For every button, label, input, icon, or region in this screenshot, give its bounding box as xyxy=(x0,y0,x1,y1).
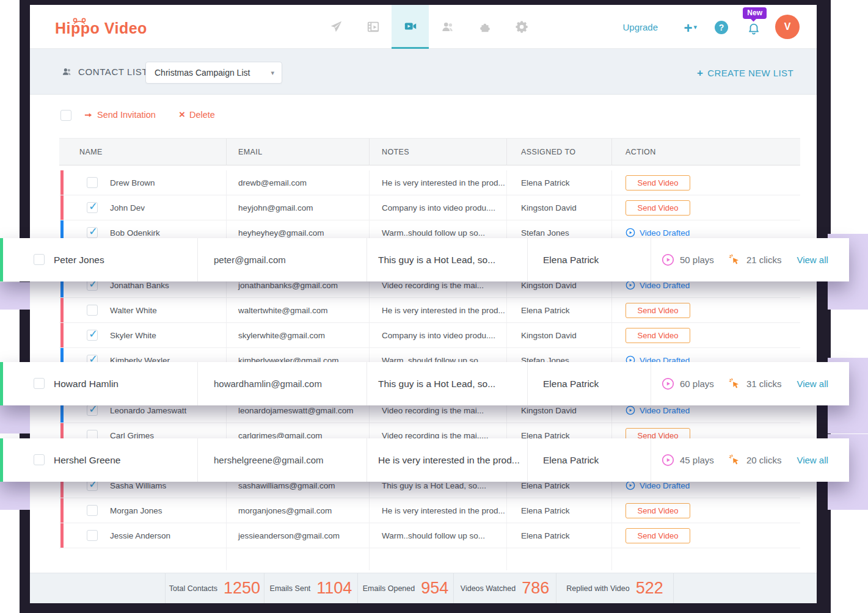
plays-count: 60 plays xyxy=(680,379,714,389)
row-action: Send Video xyxy=(612,170,800,195)
brand-logo[interactable]: Hippo Video xyxy=(55,20,147,37)
select-all-checkbox[interactable] xyxy=(60,110,71,121)
list-dropdown[interactable]: Christmas Campaign List ▾ xyxy=(145,62,282,84)
contact-notes: This guy is a Hot Lead, so... xyxy=(378,362,495,405)
assigned-to: Elena Patrick xyxy=(507,498,612,523)
play-circle-icon xyxy=(662,454,674,466)
lavender-accent xyxy=(0,482,30,510)
contact-name: Bob Odenkirk xyxy=(110,228,160,238)
stat-value: 954 xyxy=(421,579,448,598)
delete-button[interactable]: × Delete xyxy=(179,110,215,120)
row-checkbox[interactable] xyxy=(87,505,98,516)
contact-name: Morgan Jones xyxy=(110,506,162,515)
send-video-button[interactable]: Send Video xyxy=(625,303,690,318)
plus-icon: + xyxy=(697,67,703,79)
send-video-button[interactable]: Send Video xyxy=(625,528,690,543)
contact-name: Skyler White xyxy=(110,331,156,340)
footer-stat: Emails Sent 1104 xyxy=(264,573,357,603)
users-icon[interactable] xyxy=(429,5,466,49)
contact-email: drewb@email.com xyxy=(227,170,370,195)
row-checkbox[interactable] xyxy=(87,530,98,541)
video-drafted-link[interactable]: Video Drafted xyxy=(625,228,690,238)
contact-name: Jessie Anderson xyxy=(110,531,170,540)
brand-text: Hippo Video xyxy=(55,20,147,37)
cursor-click-icon xyxy=(728,454,741,466)
contact-email: skylerwhite@gmail.com xyxy=(227,323,370,348)
highlighted-contact-row: Peter Jones peter@gmail.com This guy is … xyxy=(0,238,849,281)
contact-notes: He is very interested in the prod... xyxy=(378,438,520,482)
upgrade-link[interactable]: Upgrade xyxy=(622,22,658,32)
video-drafted-label: Video Drafted xyxy=(640,228,690,238)
contact-name: Sasha Williams xyxy=(110,481,166,490)
row-checkbox[interactable] xyxy=(87,305,98,316)
send-video-button[interactable]: Send Video xyxy=(625,200,690,216)
arrow-right-icon xyxy=(84,111,93,120)
row-checkbox[interactable] xyxy=(34,454,45,465)
footer-stat: Emails Opened 954 xyxy=(357,573,453,603)
view-all-link[interactable]: View all xyxy=(797,455,828,465)
table-row: Skyler White skylerwhite@gmail.com Compa… xyxy=(59,323,800,348)
row-accent-bar xyxy=(60,298,64,322)
video-camera-icon[interactable] xyxy=(392,5,429,49)
table-row: Walter White waltertwhite@gmail.com He i… xyxy=(59,298,800,323)
video-drafted-link[interactable]: Video Drafted xyxy=(625,405,690,415)
send-video-button[interactable]: Send Video xyxy=(625,175,690,190)
contact-notes: This guy is a Hot Lead, so... xyxy=(378,238,495,281)
puzzle-icon[interactable] xyxy=(466,5,503,49)
bell-icon[interactable] xyxy=(747,21,760,38)
column-header-email: EMAIL xyxy=(227,139,370,165)
chevron-down-icon: ▾ xyxy=(271,62,274,83)
row-checkbox[interactable] xyxy=(34,378,45,389)
video-drafted-label: Video Drafted xyxy=(640,281,690,290)
avatar[interactable]: V xyxy=(775,15,800,39)
contact-email: peter@gmail.com xyxy=(214,238,286,281)
footer-stat: Total Contacts 1250 xyxy=(165,573,264,603)
contact-email: morganjones@gmail.com xyxy=(227,498,370,523)
contact-notes: He is very interested in the prod... xyxy=(370,298,507,323)
contact-name: Peter Jones xyxy=(54,238,104,281)
row-checkbox[interactable] xyxy=(87,227,98,238)
send-video-button[interactable]: Send Video xyxy=(625,503,690,518)
assigned-to: Kingston David xyxy=(507,323,612,348)
contact-name: Drew Brown xyxy=(110,178,155,187)
table-header: NAME EMAIL NOTES ASSIGNED TO ACTION xyxy=(59,138,800,165)
help-icon[interactable]: ? xyxy=(715,21,728,34)
delete-label: Delete xyxy=(189,110,215,120)
send-invitation-button[interactable]: Send Invitation xyxy=(84,110,156,120)
row-checkbox[interactable] xyxy=(87,177,98,188)
play-circle-icon xyxy=(625,228,635,238)
gear-icon[interactable] xyxy=(503,5,541,49)
table-row: John Dev heyjohn@gmail.com Company is in… xyxy=(59,195,800,220)
add-menu-button[interactable]: +▾ xyxy=(684,20,697,37)
footer-stats: Total Contacts 1250 Emails Sent 1104 Ema… xyxy=(30,573,817,603)
row-checkbox[interactable] xyxy=(87,330,98,341)
footer-stat: Replied with Video 522 xyxy=(556,573,673,603)
row-checkbox[interactable] xyxy=(87,202,98,213)
table-row: Morgan Jones morganjones@gmail.com He is… xyxy=(59,498,800,523)
play-circle-icon xyxy=(625,280,635,290)
video-drafted-link[interactable]: Video Drafted xyxy=(625,481,690,490)
send-video-button[interactable]: Send Video xyxy=(625,328,690,343)
rocket-icon[interactable] xyxy=(317,5,354,49)
contact-name: Howard Hamlin xyxy=(54,362,119,405)
list-dropdown-value: Christmas Campaign List xyxy=(155,68,250,78)
desktop-stage: Hippo Video xyxy=(0,0,868,613)
view-all-link[interactable]: View all xyxy=(797,255,828,265)
cursor-click-icon xyxy=(728,253,741,266)
video-drafted-link[interactable]: Video Drafted xyxy=(625,280,690,290)
row-checkbox[interactable] xyxy=(34,254,45,265)
row-checkbox[interactable] xyxy=(87,405,98,416)
play-circle-icon xyxy=(625,481,635,490)
film-icon[interactable] xyxy=(354,5,392,49)
row-action: Send Video xyxy=(612,298,800,323)
stat-label: Emails Sent xyxy=(270,584,311,593)
contact-email: jessieanderson@gmail.com xyxy=(227,523,370,548)
clicks-count: 21 clicks xyxy=(746,255,782,265)
video-drafted-label: Video Drafted xyxy=(640,481,690,490)
top-bar: Hippo Video xyxy=(30,5,817,49)
plays-count: 45 plays xyxy=(680,455,714,465)
view-all-link[interactable]: View all xyxy=(797,379,828,389)
assigned-to: Elena Patrick xyxy=(543,362,599,405)
stat-value: 522 xyxy=(636,579,663,598)
create-new-list-button[interactable]: +CREATE NEW LIST xyxy=(697,67,793,79)
